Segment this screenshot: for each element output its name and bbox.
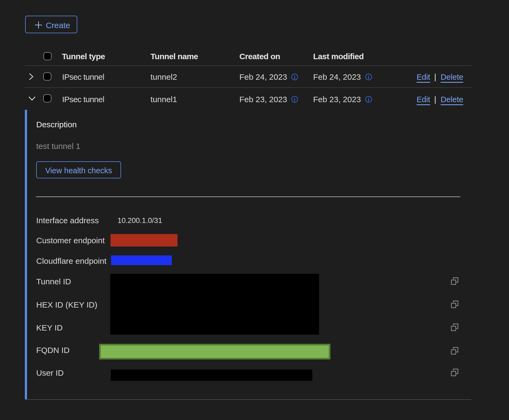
svg-text:i: i xyxy=(294,74,295,80)
svg-text:i: i xyxy=(368,74,369,80)
svg-text:i: i xyxy=(368,97,369,102)
svg-text:i: i xyxy=(294,97,295,102)
